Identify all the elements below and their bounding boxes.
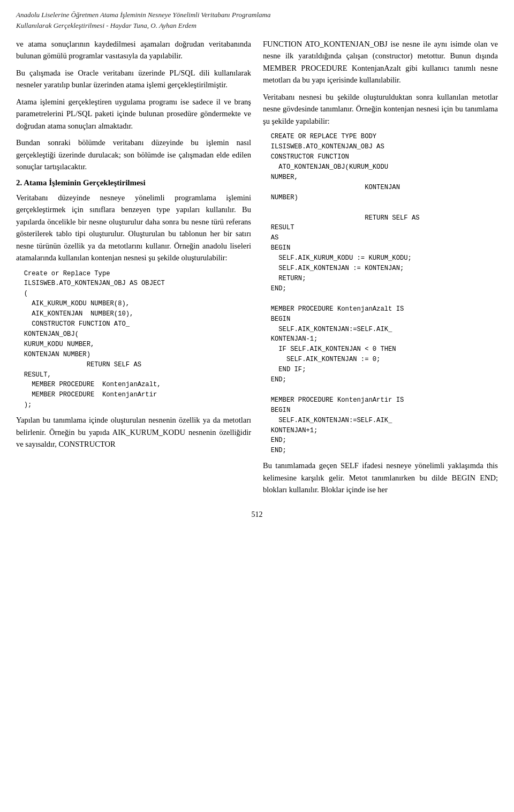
page-header: Anadolu Liselerine Öğretmen Atama İşlemi… bbox=[16, 10, 498, 31]
right-para-1: FUNCTION ATO_KONTENJAN_OBJ ise nesne ile… bbox=[263, 38, 498, 86]
left-para-4: Bundan sonraki bölümde veritabanı düzeyi… bbox=[16, 137, 251, 172]
left-para-1: ve atama sonuçlarının kaydedilmesi aşama… bbox=[16, 38, 251, 62]
left-para-3: Atama işlemini gerçekleştiren uygulama p… bbox=[16, 96, 251, 132]
header-line1: Anadolu Liselerine Öğretmen Atama İşlemi… bbox=[16, 10, 498, 20]
right-last-para: Bu tanımlamada geçen SELF ifadesi nesney… bbox=[263, 460, 498, 495]
code-block-1: Create or Replace Type ILSISWEB.ATO_KONT… bbox=[16, 269, 251, 411]
section-title: 2. Atama İşleminin Gerçekleştirilmesi bbox=[16, 178, 251, 187]
code-block-2: CREATE OR REPLACE TYPE BODY ILSISWEB.ATO… bbox=[263, 132, 498, 456]
right-para-2: Veritabanı nesnesi bu şekilde oluşturuld… bbox=[263, 91, 498, 127]
left-para-2: Bu çalışmada ise Oracle veritabanı üzeri… bbox=[16, 67, 251, 91]
left-last-para: Yapılan bu tanımlama içinde oluşturulan … bbox=[16, 414, 251, 450]
page-number: 512 bbox=[16, 510, 498, 519]
left-column: ve atama sonuçlarının kaydedilmesi aşama… bbox=[16, 38, 251, 501]
right-column: FUNCTION ATO_KONTENJAN_OBJ ise nesne ile… bbox=[263, 38, 498, 501]
section-para-1: Veritabanı düzeyinde nesneye yönelimli p… bbox=[16, 192, 251, 264]
main-content: ve atama sonuçlarının kaydedilmesi aşama… bbox=[16, 38, 498, 501]
header-line2: Kullanılarak Gerçekleştirilmesi - Haydar… bbox=[16, 20, 498, 31]
